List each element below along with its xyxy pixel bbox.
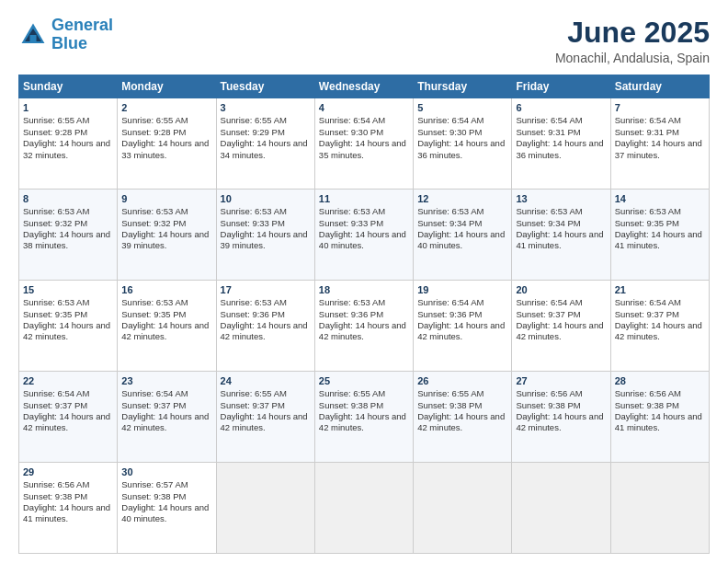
sunset-text: Sunset: 9:35 PM	[121, 309, 186, 319]
calendar-day-cell: 12Sunrise: 6:53 AMSunset: 9:34 PMDayligh…	[414, 190, 512, 281]
sunrise-text: Sunrise: 6:53 AM	[221, 206, 287, 216]
day-number: 23	[121, 374, 211, 387]
sunrise-text: Sunrise: 6:56 AM	[516, 388, 582, 398]
sunrise-text: Sunrise: 6:55 AM	[319, 388, 385, 398]
calendar-day-header: Monday	[118, 75, 216, 98]
daylight-text: Daylight: 14 hours and 36 minutes.	[417, 138, 505, 159]
daylight-text: Daylight: 14 hours and 37 minutes.	[615, 138, 702, 159]
sunrise-text: Sunrise: 6:54 AM	[417, 297, 483, 307]
calendar-day-cell	[314, 463, 413, 554]
calendar-day-cell: 26Sunrise: 6:55 AMSunset: 9:38 PMDayligh…	[414, 372, 512, 463]
sunset-text: Sunset: 9:32 PM	[121, 218, 186, 228]
sunset-text: Sunset: 9:36 PM	[417, 309, 482, 319]
day-number: 6	[516, 101, 606, 114]
day-number: 21	[615, 283, 705, 296]
sunset-text: Sunset: 9:32 PM	[23, 218, 87, 228]
daylight-text: Daylight: 14 hours and 42 minutes.	[221, 411, 308, 432]
sunset-text: Sunset: 9:34 PM	[516, 218, 580, 228]
day-number: 27	[516, 374, 606, 387]
calendar-day-header: Thursday	[414, 75, 512, 98]
sunrise-text: Sunrise: 6:53 AM	[221, 297, 287, 307]
sunrise-text: Sunrise: 6:53 AM	[121, 297, 188, 307]
calendar-day-cell: 4Sunrise: 6:54 AMSunset: 9:30 PMDaylight…	[314, 98, 413, 190]
daylight-text: Daylight: 14 hours and 40 minutes.	[121, 502, 209, 523]
sunrise-text: Sunrise: 6:55 AM	[23, 115, 89, 125]
calendar-day-header: Tuesday	[216, 75, 314, 98]
logo-blue: Blue	[51, 35, 113, 53]
sunrise-text: Sunrise: 6:53 AM	[23, 206, 89, 216]
sunset-text: Sunset: 9:37 PM	[23, 400, 87, 410]
main-title: June 2025	[555, 17, 710, 49]
calendar-week-row: 1Sunrise: 6:55 AMSunset: 9:28 PMDaylight…	[19, 98, 710, 190]
daylight-text: Daylight: 14 hours and 38 minutes.	[23, 229, 110, 250]
daylight-text: Daylight: 14 hours and 42 minutes.	[417, 411, 505, 432]
calendar-day-cell: 11Sunrise: 6:53 AMSunset: 9:33 PMDayligh…	[314, 190, 413, 281]
daylight-text: Daylight: 14 hours and 41 minutes.	[615, 229, 702, 250]
sunrise-text: Sunrise: 6:53 AM	[23, 297, 89, 307]
sunrise-text: Sunrise: 6:54 AM	[417, 115, 483, 125]
calendar-day-cell: 3Sunrise: 6:55 AMSunset: 9:29 PMDaylight…	[216, 98, 314, 190]
sunset-text: Sunset: 9:31 PM	[516, 127, 580, 137]
daylight-text: Daylight: 14 hours and 42 minutes.	[319, 320, 406, 341]
sunrise-text: Sunrise: 6:55 AM	[417, 388, 483, 398]
sunset-text: Sunset: 9:31 PM	[615, 127, 679, 137]
day-number: 14	[615, 192, 705, 205]
sunrise-text: Sunrise: 6:54 AM	[516, 297, 582, 307]
day-number: 4	[319, 101, 409, 114]
day-number: 16	[121, 283, 211, 296]
daylight-text: Daylight: 14 hours and 40 minutes.	[319, 229, 406, 250]
calendar-day-cell: 20Sunrise: 6:54 AMSunset: 9:37 PMDayligh…	[512, 281, 610, 372]
sunset-text: Sunset: 9:37 PM	[221, 400, 285, 410]
sunset-text: Sunset: 9:37 PM	[121, 400, 186, 410]
daylight-text: Daylight: 14 hours and 36 minutes.	[516, 138, 603, 159]
logo-general: General	[51, 16, 113, 34]
calendar-day-cell: 27Sunrise: 6:56 AMSunset: 9:38 PMDayligh…	[512, 372, 610, 463]
daylight-text: Daylight: 14 hours and 35 minutes.	[319, 138, 406, 159]
calendar-day-cell: 28Sunrise: 6:56 AMSunset: 9:38 PMDayligh…	[610, 372, 709, 463]
day-number: 13	[516, 192, 606, 205]
sunrise-text: Sunrise: 6:56 AM	[615, 388, 681, 398]
calendar-day-cell: 1Sunrise: 6:55 AMSunset: 9:28 PMDaylight…	[19, 98, 118, 190]
daylight-text: Daylight: 14 hours and 42 minutes.	[417, 320, 505, 341]
day-number: 7	[615, 101, 705, 114]
subtitle: Monachil, Andalusia, Spain	[555, 51, 710, 65]
calendar-day-cell	[414, 463, 512, 554]
calendar-day-cell: 19Sunrise: 6:54 AMSunset: 9:36 PMDayligh…	[414, 281, 512, 372]
sunrise-text: Sunrise: 6:53 AM	[319, 206, 385, 216]
day-number: 5	[417, 101, 507, 114]
daylight-text: Daylight: 14 hours and 39 minutes.	[221, 229, 308, 250]
sunrise-text: Sunrise: 6:54 AM	[23, 388, 89, 398]
calendar-day-cell: 21Sunrise: 6:54 AMSunset: 9:37 PMDayligh…	[610, 281, 709, 372]
calendar-week-row: 15Sunrise: 6:53 AMSunset: 9:35 PMDayligh…	[19, 281, 710, 372]
daylight-text: Daylight: 14 hours and 42 minutes.	[319, 411, 406, 432]
sunrise-text: Sunrise: 6:54 AM	[516, 115, 582, 125]
calendar-day-header: Saturday	[610, 75, 709, 98]
sunrise-text: Sunrise: 6:53 AM	[615, 206, 681, 216]
sunset-text: Sunset: 9:30 PM	[417, 127, 482, 137]
sunset-text: Sunset: 9:37 PM	[516, 309, 580, 319]
day-number: 28	[615, 374, 705, 387]
sunset-text: Sunset: 9:38 PM	[615, 400, 679, 410]
day-number: 29	[23, 465, 113, 478]
calendar-day-header: Sunday	[19, 75, 118, 98]
day-number: 19	[417, 283, 507, 296]
day-number: 9	[121, 192, 211, 205]
daylight-text: Daylight: 14 hours and 42 minutes.	[23, 411, 110, 432]
sunset-text: Sunset: 9:38 PM	[23, 491, 87, 501]
page: General Blue June 2025 Monachil, Andalus…	[0, 0, 728, 563]
sunset-text: Sunset: 9:34 PM	[417, 218, 482, 228]
day-number: 2	[121, 101, 211, 114]
day-number: 18	[319, 283, 409, 296]
calendar-day-cell: 9Sunrise: 6:53 AMSunset: 9:32 PMDaylight…	[118, 190, 216, 281]
calendar-table: SundayMondayTuesdayWednesdayThursdayFrid…	[18, 75, 710, 554]
calendar-day-cell: 22Sunrise: 6:54 AMSunset: 9:37 PMDayligh…	[19, 372, 118, 463]
daylight-text: Daylight: 14 hours and 41 minutes.	[23, 502, 110, 523]
sunset-text: Sunset: 9:36 PM	[221, 309, 285, 319]
sunrise-text: Sunrise: 6:53 AM	[516, 206, 582, 216]
sunset-text: Sunset: 9:28 PM	[23, 127, 87, 137]
calendar-day-cell: 18Sunrise: 6:53 AMSunset: 9:36 PMDayligh…	[314, 281, 413, 372]
sunrise-text: Sunrise: 6:53 AM	[417, 206, 483, 216]
sunset-text: Sunset: 9:28 PM	[121, 127, 186, 137]
calendar-day-header: Wednesday	[314, 75, 413, 98]
calendar-day-cell: 24Sunrise: 6:55 AMSunset: 9:37 PMDayligh…	[216, 372, 314, 463]
